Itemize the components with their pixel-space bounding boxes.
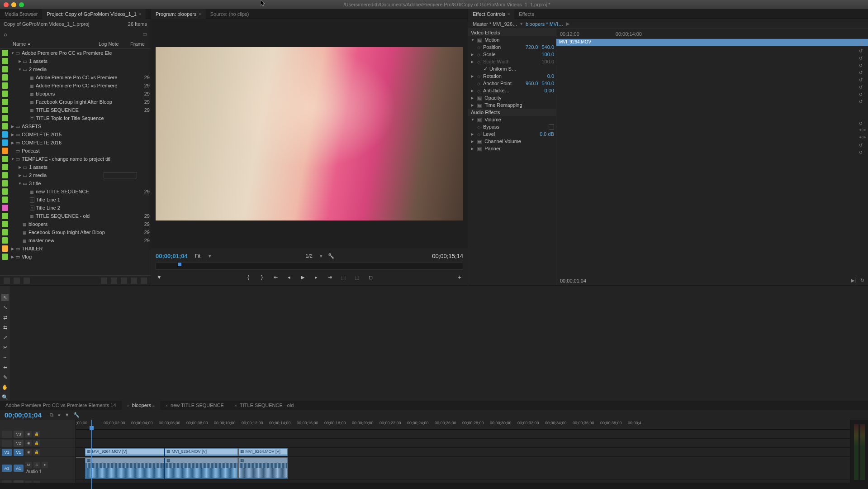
add-marker-icon[interactable]: ▼ bbox=[156, 273, 163, 281]
panel-menu-icon[interactable]: ≡ bbox=[151, 403, 155, 408]
mark-out-icon[interactable]: } bbox=[258, 273, 266, 281]
label-color-chip[interactable] bbox=[2, 245, 8, 252]
window-close[interactable] bbox=[4, 2, 9, 7]
find-icon[interactable] bbox=[111, 278, 117, 284]
selection-tool[interactable]: ↖ bbox=[1, 294, 9, 301]
play-icon[interactable]: ▶ bbox=[299, 273, 306, 281]
label-color-chip[interactable] bbox=[2, 139, 8, 146]
keyframe-toggle[interactable] bbox=[477, 81, 481, 86]
program-video[interactable] bbox=[156, 47, 463, 221]
ec-master-clip[interactable]: Master * MVI_926… bbox=[473, 21, 517, 27]
tree-row[interactable]: TITLE SEQUENCE29 bbox=[0, 106, 151, 114]
bypass-checkbox[interactable] bbox=[549, 124, 554, 129]
window-maximize[interactable] bbox=[19, 2, 24, 7]
tree-row[interactable]: master new29 bbox=[0, 236, 151, 244]
panel-menu-icon[interactable]: ≡ bbox=[199, 9, 201, 19]
keyframe-toggle[interactable] bbox=[477, 88, 481, 93]
mark-in-icon[interactable]: { bbox=[245, 273, 252, 281]
reset-icon[interactable] bbox=[859, 70, 865, 77]
list-view-icon[interactable] bbox=[4, 278, 10, 284]
label-color-chip[interactable] bbox=[2, 131, 8, 138]
label-color-chip[interactable] bbox=[2, 213, 8, 219]
ec-loop-icon[interactable]: ↻ bbox=[860, 278, 864, 283]
panel-menu-icon[interactable]: ≡ bbox=[508, 9, 510, 19]
track-target-v2[interactable]: V2 bbox=[14, 440, 24, 447]
track-target-v3[interactable]: V3 bbox=[14, 431, 24, 438]
extract-icon[interactable]: ⬚ bbox=[353, 273, 360, 281]
label-color-chip[interactable] bbox=[2, 180, 8, 187]
slip-tool[interactable]: ↔ bbox=[1, 354, 9, 361]
label-color-chip[interactable] bbox=[2, 148, 8, 154]
reset-icon[interactable] bbox=[859, 120, 865, 128]
pen-tool[interactable]: ✎ bbox=[1, 374, 9, 381]
opacity-effect[interactable]: Opacity bbox=[484, 95, 556, 101]
disclosure-triangle[interactable]: ▶ bbox=[10, 141, 15, 145]
timeline-timecode[interactable]: 00;00;01;04 bbox=[5, 411, 42, 419]
motion-effect[interactable]: Motion bbox=[484, 37, 556, 43]
keyframe-toggle[interactable] bbox=[477, 52, 481, 57]
rolling-edit-tool[interactable]: ⇆ bbox=[1, 324, 9, 331]
program-timecode-in[interactable]: 00;00;01;04 bbox=[156, 253, 188, 259]
automate-icon[interactable] bbox=[101, 278, 107, 284]
level-value[interactable]: 0.0 dB bbox=[540, 131, 554, 137]
ec-timecode[interactable]: 00;00;01;04 bbox=[560, 278, 586, 283]
src-patch-v1[interactable]: V1 bbox=[2, 449, 12, 456]
razor-tool[interactable]: ✂ bbox=[1, 344, 9, 351]
work-area-bar[interactable] bbox=[76, 457, 288, 458]
keyframe-nav[interactable]: ◂◇▸ bbox=[859, 135, 865, 142]
track-lock-toggle[interactable]: 🔒 bbox=[33, 440, 40, 446]
track-lock-toggle[interactable]: 🔒 bbox=[33, 431, 40, 437]
audio-clip[interactable]: ▦ bbox=[165, 457, 238, 479]
label-color-chip[interactable] bbox=[2, 237, 8, 244]
label-color-chip[interactable] bbox=[2, 99, 8, 105]
tree-row[interactable]: new TITLE SEQUENCE29 bbox=[0, 187, 151, 196]
label-color-chip[interactable] bbox=[2, 123, 8, 129]
label-color-chip[interactable] bbox=[2, 229, 8, 235]
panel-menu-icon[interactable]: ≡ bbox=[139, 9, 141, 19]
tree-row[interactable]: ▼Adobe Premiere Pro CC vs Premiere Ele bbox=[0, 49, 151, 57]
zoom-tool[interactable]: 🔍 bbox=[1, 393, 9, 401]
disclosure-triangle[interactable]: ▶ bbox=[10, 255, 15, 259]
tree-row[interactable]: TITLE Topic for Title Sequence bbox=[0, 114, 151, 122]
button-editor-icon[interactable]: + bbox=[456, 273, 463, 281]
go-to-out-icon[interactable]: ⇥ bbox=[326, 273, 333, 281]
sequence-tab[interactable]: ×new TITLE SEQUENCE bbox=[160, 401, 229, 410]
reset-icon[interactable] bbox=[859, 84, 865, 91]
tree-row[interactable]: Title Line 1 bbox=[0, 196, 151, 204]
label-color-chip[interactable] bbox=[2, 254, 8, 260]
track-target-v1[interactable]: V1 bbox=[14, 449, 24, 456]
label-color-chip[interactable] bbox=[2, 66, 8, 72]
disclosure-triangle[interactable]: ▶ bbox=[17, 59, 23, 63]
fx-badge-icon[interactable] bbox=[477, 102, 483, 108]
label-color-chip[interactable] bbox=[2, 82, 8, 89]
tree-row[interactable]: ▶Vlog bbox=[0, 253, 151, 261]
ripple-edit-tool[interactable]: ⇄ bbox=[1, 314, 9, 321]
tree-row[interactable]: ▶TRAILER bbox=[0, 244, 151, 253]
disclosure-triangle[interactable]: ▶ bbox=[10, 125, 15, 129]
snap-icon[interactable]: ⧉ bbox=[50, 412, 53, 418]
video-clip[interactable]: ▦ MVI_9264.MOV [V] bbox=[238, 448, 288, 456]
label-color-chip[interactable] bbox=[2, 74, 8, 81]
scrub-playhead[interactable] bbox=[178, 263, 181, 266]
tree-row[interactable]: ▶ASSETS bbox=[0, 122, 151, 130]
label-color-chip[interactable] bbox=[2, 107, 8, 113]
close-tab-icon[interactable]: × bbox=[235, 403, 237, 408]
zoom-fit-dropdown[interactable]: Fit bbox=[195, 253, 211, 259]
reset-icon[interactable] bbox=[859, 142, 865, 149]
keyframe-toggle[interactable] bbox=[477, 124, 481, 129]
tree-row[interactable]: ▶COMPLETE 2015 bbox=[0, 130, 151, 139]
resolution-dropdown[interactable]: 1/2 bbox=[306, 253, 323, 259]
tree-row[interactable]: Adobe Premiere Pro CC vs Premiere29 bbox=[0, 82, 151, 90]
track-lock-toggle[interactable]: 🔒 bbox=[33, 449, 40, 455]
tree-row[interactable]: bloopers29 bbox=[0, 220, 151, 228]
close-tab-icon[interactable]: × bbox=[127, 403, 129, 408]
col-log-note[interactable]: Log Note bbox=[99, 41, 130, 47]
video-clip[interactable]: ▦ MVI_9264.MOV [V] bbox=[85, 448, 164, 456]
label-color-chip[interactable] bbox=[2, 205, 8, 211]
linked-selection-icon[interactable]: ⚭ bbox=[57, 412, 61, 418]
fx-badge-icon[interactable] bbox=[477, 95, 483, 101]
tree-row[interactable]: ▼TEMPLATE - change name to project titl bbox=[0, 155, 151, 163]
delete-button[interactable] bbox=[141, 278, 147, 284]
tree-row[interactable]: Adobe Premiere Pro CC vs Premiere29 bbox=[0, 73, 151, 82]
label-color-chip[interactable] bbox=[2, 156, 8, 162]
